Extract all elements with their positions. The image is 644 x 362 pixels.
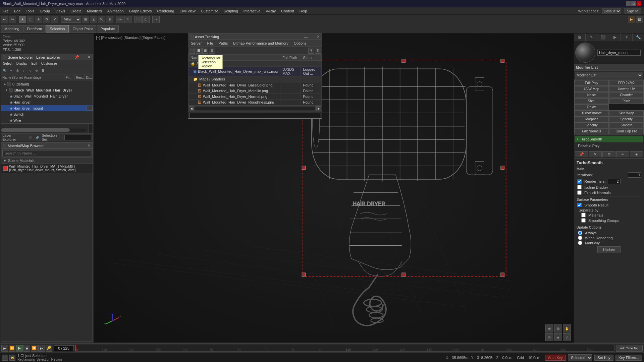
explorer-bottom-btn1[interactable]: ⬛ — [28, 134, 33, 140]
set-key-button[interactable]: Set Key — [594, 355, 613, 361]
status-icon-2[interactable]: 🔒 — [9, 355, 15, 361]
ts-render-iters-input[interactable] — [607, 179, 621, 184]
asset-nav-right[interactable]: ▶ — [316, 106, 321, 111]
asset-tracking-close-button[interactable]: ✕ — [316, 35, 320, 39]
vp-zoom-button[interactable]: ⊕ — [545, 324, 553, 333]
asset-menu-server[interactable]: Server — [188, 40, 204, 46]
close-button[interactable]: ✕ — [637, 1, 641, 6]
key-mode-button[interactable]: 🔑 — [46, 345, 52, 352]
utilities-tab[interactable]: 🔧 — [633, 34, 644, 41]
menu-tools[interactable]: Tools — [23, 7, 37, 14]
freeform-mode-button[interactable]: Freeform — [23, 25, 46, 33]
ts-smoothing-groups-checkbox[interactable] — [581, 218, 586, 223]
asset-tracking-minimize-button[interactable]: — — [304, 35, 308, 39]
undo-button[interactable]: ↩ — [1, 16, 8, 23]
mod-btn-spherify2[interactable]: Spherify — [574, 122, 609, 128]
viewport-area[interactable]: [+] [Perspective] [Standard] [Edged Face… — [94, 34, 574, 343]
mod-btn-quad-cap-pro[interactable]: Quad Cap Pro — [609, 128, 644, 134]
timeline-ruler[interactable]: 0 10 20 30 40 50 60 70 80 90 100 110 120… — [75, 345, 614, 352]
mod-btn-relax[interactable]: Relax — [574, 104, 609, 110]
menu-civil-view[interactable]: Civil View — [177, 7, 198, 14]
goto-end-button[interactable]: ⏭ — [38, 345, 45, 352]
status-icon-1[interactable]: ⬛ — [2, 355, 8, 361]
asset-btn2[interactable]: ☰ — [196, 48, 202, 54]
asset-path-input[interactable] — [190, 113, 320, 118]
menu-file[interactable]: File — [0, 7, 11, 14]
asset-row-normal[interactable]: 🖼Wall_Mounted_Hair_Dryer_Normal.png Foun… — [189, 94, 322, 100]
selected-dropdown[interactable]: Selected — [568, 354, 592, 361]
mod-btn-chamfer[interactable]: Chamfer — [609, 92, 644, 98]
tree-item-bwmhd[interactable]: ◈ Black_Wall_Mounted_Hair_Dryer — [1, 93, 93, 99]
explorer-menu-edit[interactable]: Edit — [30, 60, 39, 67]
ts-explicit-normals-checkbox[interactable] — [577, 190, 582, 195]
angle-snap-button[interactable]: ∠ — [90, 16, 97, 23]
align-button[interactable]: ≡ — [124, 16, 131, 23]
vp-orbit-button[interactable]: ⟳ — [545, 333, 553, 341]
ts-when-rendering-radio[interactable] — [578, 236, 582, 240]
redo-button[interactable]: ↪ — [9, 16, 16, 23]
configure-modifier-sets-button[interactable]: ⚙ — [602, 151, 615, 157]
asset-btn4[interactable]: ⊟ — [209, 48, 215, 54]
modify-tab[interactable]: ✎ — [586, 34, 597, 41]
populate-mode-button[interactable]: Populate — [97, 25, 118, 33]
show-all-subtrees-button[interactable]: + — [616, 151, 629, 157]
ts-smooth-result-checkbox[interactable] — [577, 203, 582, 207]
mod-btn-edit-normals[interactable]: Edit Normals — [574, 128, 609, 134]
explorer-menu-customize[interactable]: Customize — [39, 60, 59, 67]
hierarchy-tab[interactable]: ⬛ — [597, 34, 609, 41]
rotate-button[interactable]: ↻ — [43, 16, 50, 23]
ts-always-radio[interactable] — [578, 231, 582, 235]
next-frame-button[interactable]: ⏩ — [31, 345, 38, 352]
ts-isoline-checkbox[interactable] — [577, 185, 582, 189]
mod-btn-skin-wrap[interactable]: Skin Wrap — [609, 110, 644, 116]
asset-table-container[interactable]: Name Full Path Status 🔒Autodesk Vault — [188, 55, 322, 105]
tree-item-hair-dryer-mount[interactable]: ◈ Hair_dryer_mount — [1, 105, 93, 111]
maximize-button[interactable]: □ — [631, 1, 636, 6]
menu-content[interactable]: Content — [278, 7, 297, 14]
make-unique-button[interactable]: ◈ — [630, 151, 643, 157]
mod-btn-shell[interactable]: Shell — [574, 98, 609, 104]
spinner-snap-button[interactable]: ⊛ — [106, 16, 113, 23]
menu-scripting[interactable]: Scripting — [221, 7, 241, 14]
menu-animation[interactable]: Animation — [105, 7, 126, 14]
mod-btn-noise[interactable]: Noise — [574, 92, 609, 98]
asset-menu-bitmap-perf[interactable]: Bitmap Performance and Memory — [230, 40, 291, 46]
auto-key-button[interactable]: Auto Key — [545, 355, 566, 361]
scale-button[interactable]: ⤢ — [51, 16, 58, 23]
motion-tab[interactable]: ▶ — [609, 34, 621, 41]
modifier-dropdown[interactable]: Modifier List — [575, 72, 643, 78]
explorer-new-layer-button[interactable]: + — [8, 68, 14, 74]
explorer-settings-button[interactable]: ⚙ — [34, 68, 40, 74]
asset-row-basecolor[interactable]: 🖼Wall_Mounted_Hair_Dryer_BaseColor.png F… — [189, 82, 322, 88]
sign-in-button[interactable]: Sign In — [624, 8, 641, 14]
prev-frame-button[interactable]: ⏪ — [9, 345, 15, 352]
asset-row-metallic[interactable]: 🖼Wall_Mounted_Hair_Dryer_Metallic.png Fo… — [189, 88, 322, 94]
mod-btn-spherify[interactable]: Spherify — [609, 116, 644, 122]
mod-btn-edit-poly[interactable]: Edit Poly — [574, 80, 609, 86]
layer-manager-button[interactable]: ⬛ — [134, 16, 142, 23]
scene-explorer-button[interactable]: 🗂 — [142, 16, 150, 23]
explorer-menu-display[interactable]: Display — [14, 60, 30, 67]
select-region-button[interactable]: ⬚ — [27, 16, 34, 23]
render-setup-button[interactable]: ▶ — [628, 16, 635, 23]
selection-set-input[interactable] — [64, 135, 91, 140]
ts-render-iters-checkbox[interactable] — [577, 179, 582, 184]
scene-materials-header[interactable]: ▼ Scene Materials — [1, 158, 93, 164]
menu-create[interactable]: Create — [68, 7, 84, 14]
tree-item-group[interactable]: ▼ ⬛ Black_Wall_Mounted_Hair_Dryer — [1, 87, 93, 93]
menu-views[interactable]: Views — [53, 7, 68, 14]
material-browser-close-button[interactable]: ✕ — [87, 143, 91, 148]
material-browser-titlebar[interactable]: ⬛ Material/Map Browser ✕ — [1, 143, 93, 149]
asset-row-vault[interactable]: 🔒Autodesk Vault — [189, 61, 322, 67]
display-tab[interactable]: ☀ — [621, 34, 633, 41]
goto-start-button[interactable]: ⏮ — [1, 345, 8, 352]
scene-explorer-titlebar[interactable]: ⬛ Scene Explorer - Layer Explorer 📌 — ✕ — [1, 54, 93, 60]
move-button[interactable]: ✛ — [35, 16, 42, 23]
menu-help[interactable]: Help — [297, 7, 310, 14]
asset-help-btn[interactable]: ? — [308, 48, 314, 54]
pin-stack-button[interactable]: 📌 — [575, 151, 588, 157]
workspaces-dropdown[interactable]: Default — [602, 8, 621, 14]
explorer-search-button[interactable]: 🔍 — [2, 68, 8, 74]
scene-explorer-minimize-button[interactable]: — — [80, 55, 85, 60]
scene-explorer-pin-button[interactable]: 📌 — [74, 55, 79, 60]
